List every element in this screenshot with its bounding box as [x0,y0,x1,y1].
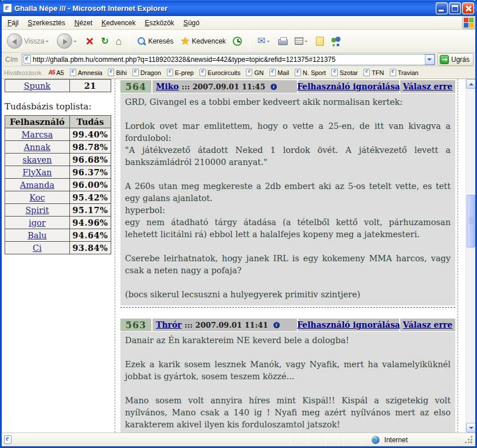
info-icon[interactable]: i [271,84,277,90]
user-link[interactable]: igor [29,218,46,227]
address-field[interactable] [22,54,435,65]
post-datetime: ::: 2007.09.01 11:41 [185,321,268,329]
links-bar-item-eurocircuits[interactable]: Eurocircuits [200,69,240,76]
user-score: 95.42% [69,191,111,204]
back-label: Vissza [24,37,44,45]
forward-button[interactable] [55,32,80,50]
maximize-icon [452,5,458,11]
ie-page-icon [363,69,370,76]
column-header-score: Tudás [69,116,111,128]
sidebar-top-table: Spunk 21 [5,79,111,92]
stop-icon [85,37,94,46]
table-row: Amanda96.00% [5,179,111,191]
links-bar-caption: Hivatkozások [4,69,41,76]
user-link[interactable]: FlyXan [22,168,52,177]
user-score: 96.68% [69,154,111,166]
edit-note-icon [316,37,324,46]
chevron-down-icon [427,58,432,63]
url-input[interactable] [33,55,425,64]
favorites-button[interactable]: ★ Kedvencek [178,33,227,49]
resize-grip[interactable] [465,436,473,444]
scroll-up-button[interactable] [466,79,475,89]
user-link[interactable]: skaven [22,155,52,164]
maximize-button[interactable] [449,2,461,14]
table-row: FlyXan96.37% [5,166,111,179]
vertical-scrollbar[interactable] [466,79,475,433]
links-bar-item-nsport[interactable]: N. Sport [295,69,326,76]
reply-link[interactable]: Válasz erre [403,320,452,329]
forum-post-564: 564 Miko ::: 2007.09.01 11:45 i Felhaszn… [120,80,455,319]
user-score: 95.17% [69,204,111,217]
layout-divider [458,79,458,433]
links-bar-item-gn[interactable]: GN [246,69,264,76]
encoding-dropdown-icon[interactable] [304,41,308,44]
links-bar-item-amnesia[interactable]: Amnesia [70,69,103,76]
search-button[interactable]: Keresés [135,36,175,47]
back-button[interactable]: Vissza [5,32,52,50]
user-link[interactable]: Koc [29,193,45,202]
menu-view[interactable]: Nézet [70,17,97,29]
address-dropdown-button[interactable] [425,54,435,65]
messenger-button[interactable] [329,36,343,47]
title-bar[interactable]: Ghalla Népe /// - Microsoft Internet Exp… [0,0,477,16]
print-icon [278,39,288,45]
info-icon[interactable]: i [273,322,280,328]
refresh-icon: ↻ [101,37,108,46]
link-label: A5 [56,69,64,76]
user-link[interactable]: Spirit [25,206,49,215]
ignore-user-link[interactable]: Felhasználó ignorálása [297,82,400,91]
ignore-user-link[interactable]: Felhasználó ignorálása [297,320,400,329]
ie-page-icon [295,69,301,76]
links-bar-item-dragon[interactable]: Dragon [132,69,161,76]
user-score: 21 [69,80,111,92]
home-button[interactable]: ⌂ [114,36,124,47]
menu-help[interactable]: Súgó [179,17,204,29]
menu-edit[interactable]: Szerkesztés [23,17,69,29]
ie-page-icon [132,69,139,76]
links-bar-item-a5[interactable]: A5A5 [48,69,64,76]
scroll-down-button[interactable] [466,423,475,433]
post-body: Danair az Én karaktereim NE keverd bele … [120,332,455,433]
links-bar-item-eprep[interactable]: E-prep [167,69,194,76]
user-link-spunk[interactable]: Spunk [24,81,50,91]
reply-link[interactable]: Válasz erre [403,82,452,91]
links-bar-item-tfn[interactable]: TFN [363,69,384,76]
links-bar-item-mail[interactable]: Mail [269,69,289,76]
menu-favorites[interactable]: Kedvencek [97,17,140,29]
link-label: E-prep [175,69,194,76]
post-author-link[interactable]: Thrór [156,320,182,329]
user-score: 98.78% [69,141,111,154]
mail-dropdown-icon[interactable] [267,41,270,44]
encoding-button[interactable] [293,36,311,46]
edit-button[interactable] [314,36,326,47]
user-link[interactable]: Marcsa [21,130,53,139]
print-button[interactable] [276,36,290,46]
forward-dropdown-icon[interactable] [73,41,77,44]
security-zone-label: Internet [384,436,408,444]
user-link[interactable]: Amanda [20,180,54,190]
mail-button[interactable]: ✉ [256,36,273,47]
toolbar: Vissza ↻ ⌂ Keresés ★ Kedvencek ✉ [2,30,475,53]
user-link[interactable]: Balu [28,231,46,240]
window-title: Ghalla Népe /// - Microsoft Internet Exp… [14,4,436,13]
post-author-link[interactable]: Miko [156,82,179,91]
address-bar: Cím → Ugrás [2,53,475,66]
minimize-button[interactable] [436,2,448,14]
close-button[interactable] [462,2,474,14]
scrollbar-thumb[interactable] [467,195,475,247]
history-button[interactable] [231,36,244,47]
user-link[interactable]: Ci [33,243,42,253]
stop-button[interactable] [83,36,96,47]
menu-tools[interactable]: Eszközök [140,17,178,29]
toplist-heading: Tudásbázis toplista: [5,101,111,112]
menu-file[interactable]: Fájl [3,17,23,29]
links-bar-item-travian[interactable]: Travian [390,69,419,76]
links-bar-item-bihi[interactable]: Bihi [108,69,126,76]
toolbar-separator [249,33,250,50]
links-bar-item-szotar[interactable]: Szotar [331,69,358,76]
go-button[interactable]: → Ugrás [437,53,474,66]
user-link[interactable]: Annak [24,143,51,152]
ie-page-icon [4,435,11,444]
back-dropdown-icon[interactable] [45,41,49,44]
refresh-button[interactable]: ↻ [99,36,110,47]
